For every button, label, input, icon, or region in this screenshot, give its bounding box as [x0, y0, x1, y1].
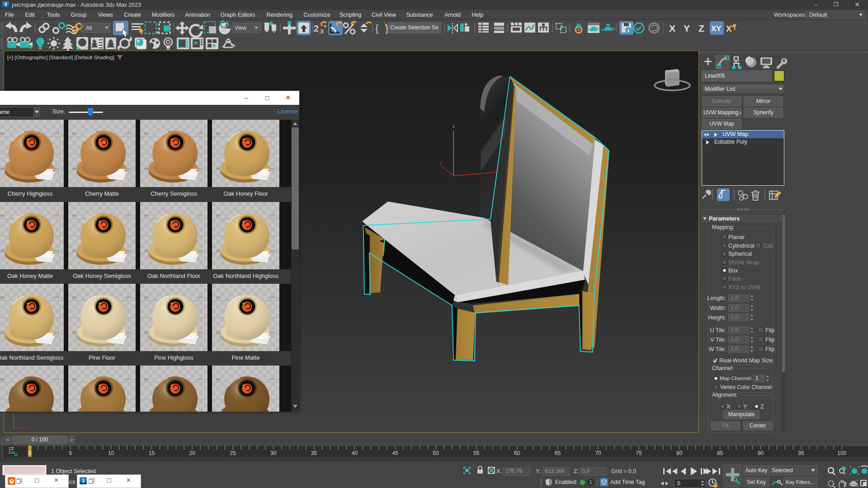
svg-text:0: 0 — [28, 450, 32, 456]
svg-text:3: 3 — [82, 479, 85, 483]
svg-text:80: 80 — [676, 450, 683, 456]
svg-text:100: 100 — [270, 132, 275, 135]
svg-text:100: 100 — [216, 132, 221, 135]
svg-text:100: 100 — [216, 331, 221, 334]
svg-text:100: 100 — [72, 296, 77, 299]
svg-text:100: 100 — [0, 167, 5, 170]
svg-text:100: 100 — [270, 296, 275, 299]
svg-text:75: 75 — [636, 450, 642, 456]
svg-text:100: 100 — [126, 249, 131, 252]
svg-text:x: x — [26, 425, 28, 430]
svg-text:100: 100 — [126, 331, 131, 334]
svg-text:40: 40 — [352, 450, 358, 456]
svg-text:20: 20 — [189, 450, 196, 456]
svg-text:100: 100 — [126, 167, 131, 170]
svg-text:100: 100 — [198, 249, 203, 252]
svg-text:Create Selection Se: Create Selection Se — [390, 24, 439, 31]
svg-text:100: 100 — [0, 331, 5, 334]
svg-text:100: 100 — [126, 378, 131, 380]
svg-text:5: 5 — [69, 450, 72, 456]
svg-text:100: 100 — [54, 249, 59, 252]
svg-text:100: 100 — [216, 167, 221, 170]
svg-text:45: 45 — [392, 450, 399, 456]
svg-text:100: 100 — [54, 331, 59, 334]
svg-text:Y: Y — [439, 162, 442, 167]
svg-text:XY: XY — [711, 24, 722, 33]
svg-text:100: 100 — [198, 378, 203, 380]
svg-text:100: 100 — [144, 249, 149, 252]
svg-text:.5: .5 — [319, 28, 324, 35]
svg-text:100: 100 — [270, 331, 275, 334]
svg-text:100: 100 — [54, 296, 59, 299]
svg-text:100: 100 — [0, 214, 5, 217]
svg-text:30: 30 — [270, 450, 277, 456]
svg-text:100: 100 — [144, 132, 149, 135]
svg-text:100: 100 — [270, 249, 275, 252]
svg-text:100: 100 — [198, 132, 203, 135]
svg-text:100: 100 — [837, 450, 846, 456]
svg-text:35: 35 — [311, 450, 317, 456]
svg-text:100: 100 — [198, 331, 203, 334]
svg-text:100: 100 — [270, 378, 275, 380]
svg-text:View: View — [235, 25, 246, 31]
svg-text:X: X — [669, 23, 675, 33]
svg-text:100: 100 — [144, 296, 149, 299]
svg-text:85: 85 — [717, 450, 723, 456]
svg-text:10: 10 — [108, 450, 114, 456]
svg-text:100: 100 — [0, 132, 5, 135]
svg-text:100: 100 — [198, 167, 203, 170]
svg-text:15: 15 — [149, 450, 155, 456]
svg-text:100: 100 — [126, 132, 131, 135]
svg-text:65: 65 — [555, 450, 561, 456]
svg-text:z: z — [453, 124, 455, 129]
svg-text:100: 100 — [126, 296, 131, 299]
svg-text:100: 100 — [216, 214, 221, 217]
svg-text:95: 95 — [798, 450, 805, 456]
svg-text:Y: Y — [684, 23, 690, 33]
svg-text:100: 100 — [144, 378, 149, 380]
svg-text:All: All — [86, 25, 92, 31]
svg-text:60: 60 — [514, 450, 520, 456]
svg-text:{: { — [375, 23, 378, 34]
svg-text:100: 100 — [270, 214, 275, 217]
svg-text:100: 100 — [270, 167, 275, 170]
svg-text:100: 100 — [0, 249, 5, 252]
svg-text:100: 100 — [54, 132, 59, 135]
svg-text:100: 100 — [72, 214, 77, 217]
svg-text:100: 100 — [144, 331, 149, 334]
svg-text:50: 50 — [433, 450, 439, 456]
svg-text:100: 100 — [198, 296, 203, 299]
svg-text:3: 3 — [5, 2, 7, 7]
svg-text:0: 0 — [677, 480, 680, 487]
svg-text:25: 25 — [230, 450, 236, 456]
svg-text:100: 100 — [126, 214, 131, 217]
svg-text:100: 100 — [144, 167, 149, 170]
svg-text:100: 100 — [0, 378, 5, 380]
svg-text:100: 100 — [72, 132, 77, 135]
svg-text:100: 100 — [72, 331, 77, 334]
svg-text:90: 90 — [758, 450, 764, 456]
svg-text:100: 100 — [54, 167, 59, 170]
svg-text:100: 100 — [0, 296, 5, 299]
svg-text:100: 100 — [216, 296, 221, 299]
svg-text:100: 100 — [72, 167, 77, 170]
svg-text:100: 100 — [72, 249, 77, 252]
svg-text:100: 100 — [72, 378, 77, 380]
svg-text:55: 55 — [473, 450, 480, 456]
svg-text:2: 2 — [314, 23, 319, 33]
svg-text:100: 100 — [216, 249, 221, 252]
svg-text:100: 100 — [54, 378, 59, 380]
svg-text:FRONT: FRONT — [667, 78, 679, 82]
svg-text:100: 100 — [198, 214, 203, 217]
svg-text:x: x — [496, 166, 498, 171]
svg-text:Z: Z — [698, 23, 704, 33]
svg-text:y: y — [12, 412, 14, 416]
svg-text:100: 100 — [216, 378, 221, 380]
svg-text:100: 100 — [54, 214, 59, 217]
svg-text:100: 100 — [144, 214, 149, 217]
svg-text:70: 70 — [595, 450, 602, 456]
